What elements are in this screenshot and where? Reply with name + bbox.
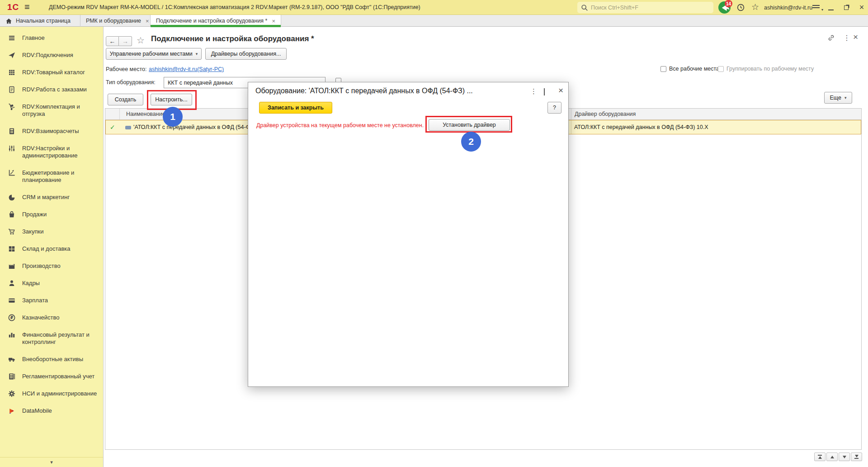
back-button[interactable]: ← <box>106 36 119 46</box>
workplace-link[interactable]: ashishkin@rdv-it.ru(Satyr-PC) <box>149 66 224 72</box>
sidebar-item-main[interactable]: Главное <box>0 29 103 47</box>
pie-chart-icon <box>8 194 15 201</box>
copy-link-icon[interactable] <box>827 34 835 43</box>
sidebar-item-rdv-connections[interactable]: RDV:Подключения <box>0 47 103 64</box>
configure-button[interactable]: Настроить... <box>151 94 192 105</box>
list-navigation <box>814 453 862 461</box>
tab-home[interactable]: Начальная страница <box>0 15 80 27</box>
step-2-badge: 2 <box>461 132 481 152</box>
factory-icon <box>8 262 15 270</box>
sidebar-item-assets[interactable]: Внеоборотные активы <box>0 351 103 368</box>
close-tab-icon[interactable]: × <box>272 18 275 24</box>
sidebar-item-purchases[interactable]: Закупки <box>0 223 103 240</box>
calc-report-icon <box>8 373 15 380</box>
close-form-icon[interactable]: × <box>853 32 858 42</box>
minimize-button[interactable] <box>826 2 835 12</box>
home-icon <box>5 18 12 24</box>
group-by-workplace-checkbox <box>718 66 724 72</box>
global-search[interactable] <box>577 2 713 13</box>
sidebar-scroll-more[interactable]: ▾ <box>0 457 103 467</box>
service-menu-icon[interactable]: ▾ <box>812 4 822 10</box>
all-workplaces-checkbox[interactable] <box>660 66 666 72</box>
forward-button[interactable]: → <box>119 36 132 46</box>
card-icon <box>8 297 15 304</box>
active-tab-indicator <box>151 25 281 27</box>
search-input[interactable] <box>591 5 704 11</box>
chevron-down-icon: ▾ <box>821 8 823 12</box>
group-by-workplace-filter: Группировать по рабочему месту <box>718 66 814 72</box>
sidebar-item-finance[interactable]: Финансовый результат и контроллинг <box>0 326 103 351</box>
minimize-icon <box>828 10 834 10</box>
help-button[interactable]: ? <box>547 102 561 114</box>
restore-icon <box>844 5 849 10</box>
sidebar-item-budgeting[interactable]: Бюджетирование и планирование <box>0 164 103 189</box>
dialog-close-icon[interactable]: × <box>558 86 563 95</box>
current-user[interactable]: ashishkin@rdv-it.ru <box>764 5 812 11</box>
sliders-icon <box>8 145 15 152</box>
to-bottom-icon <box>855 455 859 457</box>
close-tab-icon[interactable]: × <box>146 18 149 24</box>
calculator-icon <box>8 128 15 135</box>
chart-axis-icon <box>8 169 15 176</box>
dialog-more-icon[interactable]: ⋮ <box>530 87 537 95</box>
tab-rmk-label: РМК и оборудование <box>86 18 141 24</box>
driver-column-header[interactable]: Драйвер оборудования <box>571 109 862 119</box>
sidebar-item-datamobile[interactable]: DataMobile <box>0 402 103 419</box>
equipment-driver-cell: АТОЛ:ККТ с передачей данных в ОФД (54-ФЗ… <box>574 124 708 130</box>
form-more-icon[interactable]: ⋮ <box>843 33 850 42</box>
equipment-dialog: Оборудование: 'АТОЛ:ККТ с передачей данн… <box>248 82 569 387</box>
name-column-header[interactable]: Наименование <box>126 111 165 117</box>
tab-equipment-setup-label: Подключение и настройка оборудования * <box>156 18 267 24</box>
equipment-type-label: Тип оборудования: <box>106 79 156 86</box>
history-icon[interactable] <box>736 3 745 13</box>
sidebar-item-production[interactable]: Производство <box>0 257 103 275</box>
sidebar-item-sales[interactable]: Продажи <box>0 206 103 223</box>
tab-home-label: Начальная страница <box>16 18 71 24</box>
search-icon <box>581 4 588 11</box>
up-icon <box>830 456 834 458</box>
create-button[interactable]: Создать <box>108 94 143 105</box>
restore-button[interactable] <box>842 2 851 12</box>
status-column-header[interactable] <box>105 109 120 119</box>
gear-icon <box>8 390 15 397</box>
save-and-close-button[interactable]: Записать и закрыть <box>259 102 332 114</box>
favorite-star-icon[interactable]: ☆ <box>137 35 145 46</box>
sidebar-item-hr[interactable]: Кадры <box>0 275 103 292</box>
device-icon <box>125 126 131 129</box>
1c-logo: 1С <box>7 2 19 12</box>
topbar: 1С ≡ ДЕМО-режим RDV Маркет RM-KA-MODEL /… <box>0 0 868 15</box>
list-down-button[interactable] <box>839 453 850 461</box>
more-button[interactable]: Еще ▾ <box>824 92 852 104</box>
sidebar-item-crm[interactable]: CRM и маркетинг <box>0 189 103 206</box>
list-up-button[interactable] <box>826 453 838 461</box>
sidebar-list: Главное RDV:Подключения RDV:Товарный кат… <box>0 27 103 419</box>
sidebar-item-rdv-shipping[interactable]: RDV:Комплектация и отгрузка <box>0 98 103 123</box>
tab-rmk[interactable]: РМК и оборудование × <box>80 15 151 27</box>
sidebar-item-treasury[interactable]: ₽ Казначейство <box>0 309 103 326</box>
sidebar-item-rdv-settlements[interactable]: RDV:Взаиморасчеты <box>0 123 103 140</box>
sidebar-item-regulated-accounting[interactable]: Регламентированный учет <box>0 368 103 385</box>
sidebar-item-rdv-admin[interactable]: RDV:Настройки и администрирование <box>0 140 103 164</box>
connections-icon <box>8 52 15 59</box>
shopping-cart-icon <box>8 228 15 235</box>
install-driver-button[interactable]: Установить драйвер <box>429 119 510 131</box>
main-menu-icon[interactable]: ≡ <box>24 2 30 12</box>
sidebar-item-warehouse[interactable]: Склад и доставка <box>0 240 103 257</box>
list-go-top-button[interactable] <box>814 453 826 461</box>
manage-workplaces-button[interactable]: Управление рабочими местами ▾ <box>106 48 202 60</box>
sidebar-item-rdv-catalog[interactable]: RDV:Товарный каталог <box>0 64 103 81</box>
equipment-drivers-button[interactable]: Драйверы оборудования... <box>205 48 287 60</box>
all-workplaces-filter[interactable]: Все рабочие места <box>660 66 719 72</box>
notifications-icon[interactable]: 14 <box>718 1 731 14</box>
favorites-icon[interactable]: ☆ <box>751 3 759 11</box>
dialog-maximize-icon[interactable] <box>544 89 545 95</box>
list-go-bottom-button[interactable] <box>851 453 862 461</box>
sidebar-item-rdv-orders[interactable]: RDV:Работа с заказами <box>0 81 103 98</box>
sidebar-item-salary[interactable]: Зарплата <box>0 292 103 309</box>
sidebar-item-nsi[interactable]: НСИ и администрирование <box>0 385 103 402</box>
tab-equipment-setup[interactable]: Подключение и настройка оборудования * × <box>151 15 281 27</box>
active-check-icon: ✓ <box>110 124 115 131</box>
dialog-title: Оборудование: 'АТОЛ:ККТ с передачей данн… <box>255 87 473 95</box>
service-menu-bar <box>812 5 820 6</box>
close-button[interactable]: × <box>857 2 866 12</box>
